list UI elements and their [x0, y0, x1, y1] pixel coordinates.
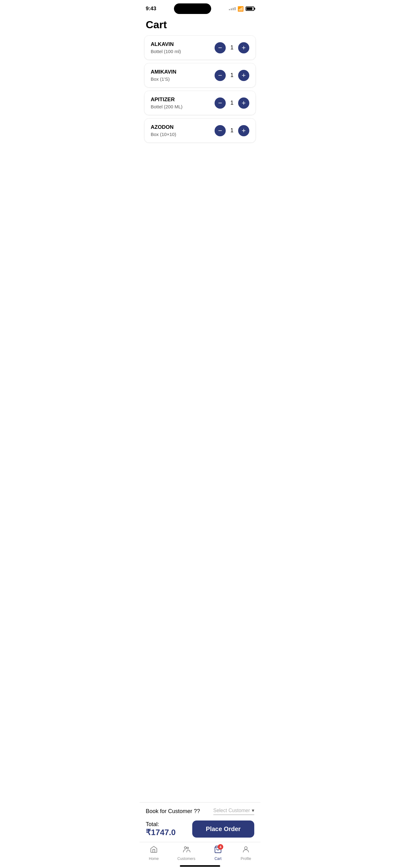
item-info-1: ALKAVIN Bottel (100 ml) [151, 41, 214, 54]
cart-item-4: AZODON Box (10×10) − 1 + [144, 119, 256, 143]
cart-items-list: ALKAVIN Bottel (100 ml) − 1 + AMIKAVIN B… [139, 36, 261, 143]
decrease-btn-3[interactable]: − [214, 97, 226, 108]
item-name-3: APITIZER [151, 97, 214, 103]
item-info-2: AMIKAVIN Box (1'S) [151, 69, 214, 82]
qty-value-1: 1 [229, 44, 234, 51]
qty-value-3: 1 [229, 100, 234, 106]
item-name-4: AZODON [151, 124, 214, 130]
increase-btn-3[interactable]: + [238, 97, 249, 108]
quantity-control-1: − 1 + [214, 42, 249, 53]
decrease-btn-4[interactable]: − [214, 125, 226, 136]
qty-value-4: 1 [229, 127, 234, 134]
increase-btn-1[interactable]: + [238, 42, 249, 53]
page-title: Cart [139, 16, 261, 36]
quantity-control-3: − 1 + [214, 97, 249, 108]
status-bar: 9:43 📶 [139, 0, 261, 16]
battery-icon [245, 6, 254, 11]
decrease-btn-2[interactable]: − [214, 70, 226, 81]
increase-btn-4[interactable]: + [238, 125, 249, 136]
status-time: 9:43 [146, 6, 156, 12]
quantity-control-2: − 1 + [214, 70, 249, 81]
status-icons: 📶 [229, 6, 254, 12]
cart-item-1: ALKAVIN Bottel (100 ml) − 1 + [144, 36, 256, 60]
quantity-control-4: − 1 + [214, 125, 249, 136]
qty-value-2: 1 [229, 72, 234, 79]
wifi-icon: 📶 [237, 6, 244, 12]
item-info-3: APITIZER Bottel (200 ML) [151, 97, 214, 109]
cart-item-3: APITIZER Bottel (200 ML) − 1 + [144, 91, 256, 115]
signal-icon [229, 7, 236, 10]
item-name-1: ALKAVIN [151, 41, 214, 48]
item-variant-4: Box (10×10) [151, 132, 214, 137]
item-variant-2: Box (1'S) [151, 76, 214, 82]
item-variant-3: Bottel (200 ML) [151, 104, 214, 109]
item-variant-1: Bottel (100 ml) [151, 49, 214, 54]
item-name-2: AMIKAVIN [151, 69, 214, 75]
notch [174, 3, 211, 14]
item-info-4: AZODON Box (10×10) [151, 124, 214, 137]
increase-btn-2[interactable]: + [238, 70, 249, 81]
decrease-btn-1[interactable]: − [214, 42, 226, 53]
cart-item-2: AMIKAVIN Box (1'S) − 1 + [144, 63, 256, 87]
